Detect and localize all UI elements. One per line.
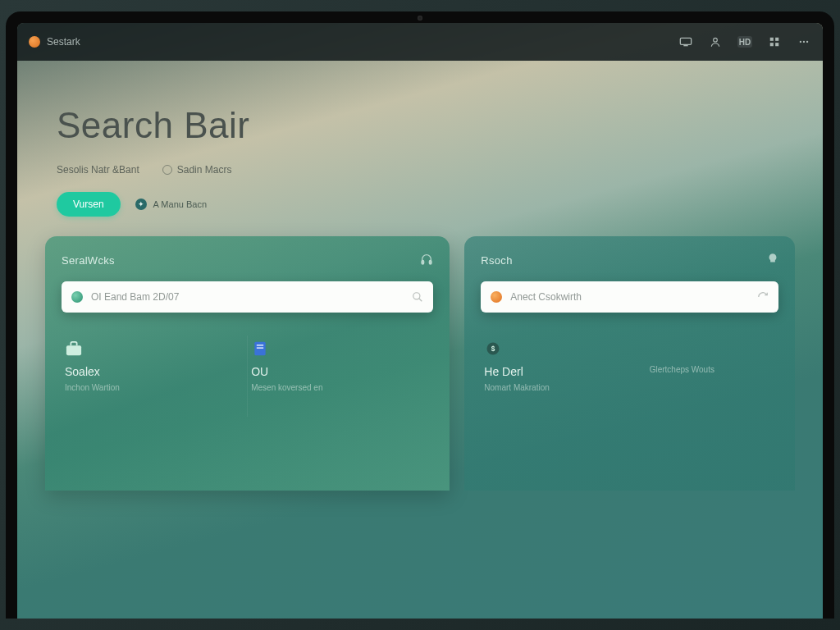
brand[interactable]: Sestark bbox=[29, 36, 80, 48]
screen: Sestark HD Search Bair bbox=[17, 23, 823, 619]
svg-rect-10 bbox=[422, 260, 424, 264]
svg-rect-11 bbox=[430, 260, 432, 264]
headphones-icon[interactable] bbox=[420, 253, 433, 268]
tile-ou[interactable]: OU Mesen koversed en bbox=[248, 336, 433, 417]
svg-rect-4 bbox=[775, 38, 778, 41]
svg-rect-6 bbox=[775, 43, 778, 46]
search-left-input[interactable] bbox=[91, 291, 412, 303]
hero-buttons: Vursen ✦ A Manu Bacn bbox=[57, 192, 783, 217]
user-icon[interactable] bbox=[708, 36, 723, 48]
secondary-button[interactable]: ✦ A Manu Bacn bbox=[135, 199, 207, 210]
svg-rect-17 bbox=[257, 347, 263, 349]
svg-point-12 bbox=[413, 293, 420, 299]
panels: SeralWcks bbox=[17, 236, 823, 491]
panel-right-title: Rsoch bbox=[481, 254, 512, 267]
search-left[interactable] bbox=[62, 281, 433, 313]
panel-left: SeralWcks bbox=[45, 236, 450, 491]
hero: Search Bair Sesolis Natr &Bant Sadin Mac… bbox=[17, 61, 823, 236]
tile-soalex[interactable]: Soalex Inchon Wartion bbox=[62, 336, 248, 417]
refresh-icon[interactable] bbox=[757, 291, 769, 303]
hero-subrow: Sesolis Natr &Bant Sadin Macrs bbox=[57, 164, 783, 176]
svg-rect-1 bbox=[683, 45, 687, 46]
menu-icon[interactable] bbox=[797, 36, 811, 48]
svg-rect-5 bbox=[770, 43, 774, 46]
badge-icon[interactable]: HD bbox=[737, 36, 752, 48]
brand-label: Sestark bbox=[47, 36, 80, 48]
bulb-icon[interactable] bbox=[767, 253, 778, 268]
brand-icon bbox=[29, 36, 40, 48]
svg-rect-14 bbox=[66, 345, 81, 355]
grid-icon[interactable] bbox=[767, 36, 782, 48]
svg-line-13 bbox=[419, 299, 422, 302]
primary-button[interactable]: Vursen bbox=[57, 192, 121, 217]
page-title: Search Bair bbox=[57, 105, 783, 146]
svg-point-7 bbox=[800, 41, 801, 43]
svg-point-8 bbox=[803, 41, 805, 43]
svg-rect-16 bbox=[257, 345, 263, 346]
topbar-actions: HD bbox=[678, 36, 811, 48]
svg-text:$: $ bbox=[491, 345, 495, 353]
topbar: Sestark HD bbox=[17, 23, 823, 61]
svg-point-2 bbox=[714, 38, 718, 42]
hero-sub1: Sesolis Natr &Bant bbox=[57, 164, 139, 176]
device-icon[interactable] bbox=[678, 36, 693, 48]
search-right[interactable] bbox=[481, 281, 778, 313]
document-icon bbox=[251, 340, 269, 357]
info-icon bbox=[162, 165, 172, 175]
briefcase-icon bbox=[65, 340, 83, 357]
tile-hederl[interactable]: $ He Derl Nomart Makration bbox=[481, 336, 613, 417]
svg-point-9 bbox=[806, 41, 808, 43]
orange-dot-icon bbox=[491, 291, 502, 303]
coin-icon: $ bbox=[484, 340, 502, 357]
panel-right: Rsoch $ H bbox=[464, 236, 795, 491]
svg-rect-3 bbox=[770, 38, 774, 41]
laptop-camera bbox=[418, 16, 422, 21]
search-icon[interactable] bbox=[412, 291, 423, 303]
tile-glert[interactable]: Glertcheps Wouts bbox=[646, 336, 778, 417]
plus-icon: ✦ bbox=[135, 199, 147, 210]
hero-sub2[interactable]: Sadin Macrs bbox=[162, 164, 232, 176]
globe-icon bbox=[71, 291, 83, 303]
search-right-input[interactable] bbox=[510, 291, 757, 303]
panel-left-title: SeralWcks bbox=[62, 254, 115, 267]
svg-rect-0 bbox=[680, 38, 691, 44]
